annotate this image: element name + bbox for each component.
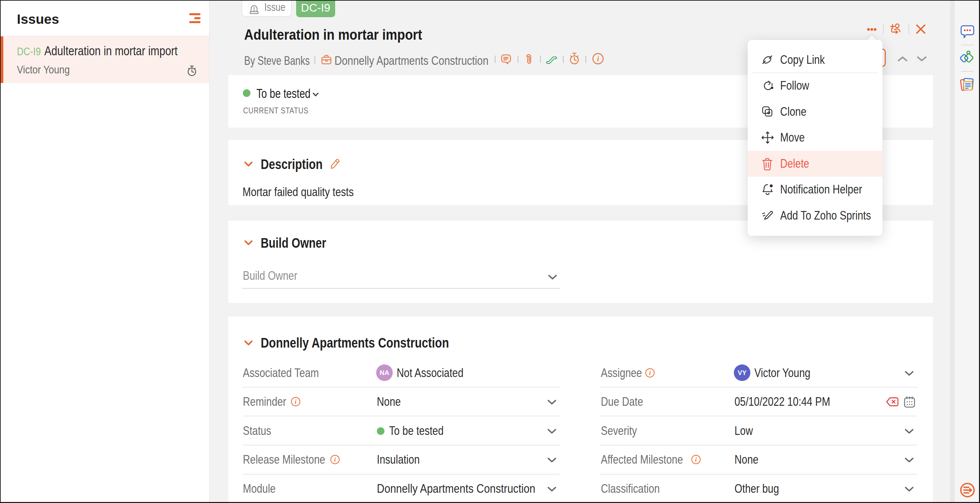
svg-text:i: i [649, 370, 651, 376]
svg-text:i: i [295, 398, 297, 405]
svg-text:i: i [597, 55, 599, 63]
svg-text:i: i [334, 456, 336, 463]
svg-text:i: i [695, 456, 697, 463]
